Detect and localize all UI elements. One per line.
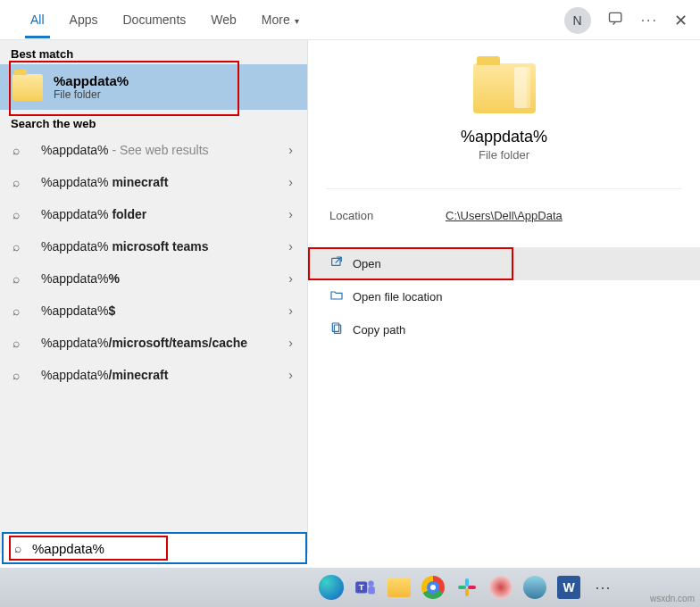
app-icon (489, 576, 512, 599)
more-icon[interactable]: ··· (641, 12, 658, 29)
taskbar-word[interactable]: W (554, 572, 584, 603)
chevron-right-icon: › (288, 207, 293, 221)
best-match-title: %appdata% (54, 73, 129, 88)
close-icon[interactable]: ✕ (674, 11, 688, 30)
web-suggestion[interactable]: ⌕ %appdata% minecraft › (0, 166, 307, 198)
avatar[interactable]: N (564, 7, 591, 34)
slack-icon (456, 577, 478, 598)
tab-all[interactable]: All (18, 2, 57, 37)
svg-rect-3 (334, 325, 340, 333)
search-icon: ⌕ (12, 143, 29, 157)
search-icon: ⌕ (12, 239, 29, 254)
tab-apps[interactable]: Apps (57, 2, 111, 37)
action-copy-path[interactable]: Copy path (308, 313, 700, 346)
results-panel: Best match %appdata% File folder Search … (0, 40, 308, 553)
app-icon (523, 576, 546, 599)
best-match-subtitle: File folder (54, 88, 129, 101)
chevron-down-icon: ▾ (292, 16, 299, 26)
teams-icon: T (354, 576, 377, 599)
svg-rect-8 (465, 578, 469, 586)
open-icon (329, 255, 353, 272)
action-open-location[interactable]: Open file location (308, 280, 700, 313)
folder-icon (388, 578, 411, 597)
chevron-right-icon: › (288, 304, 293, 318)
tab-documents[interactable]: Documents (110, 2, 198, 37)
folder-icon (12, 74, 43, 101)
taskbar-slack[interactable] (452, 572, 482, 603)
location-label: Location (329, 209, 446, 222)
copy-icon (329, 321, 353, 338)
taskbar-edge[interactable] (316, 572, 346, 603)
svg-point-6 (368, 580, 374, 586)
web-suggestion[interactable]: ⌕ %appdata%/microsoft/teams/cache › (0, 327, 307, 359)
chevron-right-icon: › (288, 239, 293, 254)
best-match-result[interactable]: %appdata% File folder (0, 64, 307, 110)
web-suggestion[interactable]: ⌕ %appdata% microsoft teams › (0, 230, 307, 262)
taskbar: T W ⋯ (0, 568, 700, 607)
action-open[interactable]: Open (308, 247, 700, 280)
watermark: wsxdn.com (650, 594, 695, 603)
search-icon: ⌕ (12, 304, 29, 318)
svg-rect-0 (609, 12, 621, 21)
tab-web[interactable]: Web (198, 2, 249, 37)
chevron-right-icon: › (288, 368, 293, 382)
taskbar-app[interactable] (486, 572, 516, 603)
top-right-controls: N ··· ✕ (564, 7, 688, 34)
best-match-label: Best match (0, 40, 307, 64)
preview-subtitle: File folder (479, 148, 529, 162)
chevron-right-icon: › (288, 271, 293, 286)
search-input[interactable] (32, 541, 305, 556)
folder-icon (473, 63, 536, 113)
taskbar-teams[interactable]: T (350, 572, 380, 603)
search-web-label: Search the web (0, 110, 307, 134)
location-row: Location C:\Users\Dell\AppData (308, 189, 700, 242)
chevron-right-icon: › (288, 336, 293, 350)
svg-text:T: T (359, 582, 364, 592)
taskbar-file-explorer[interactable] (384, 572, 414, 603)
search-icon: ⌕ (12, 175, 29, 189)
web-suggestion[interactable]: ⌕ %appdata%/minecraft › (0, 359, 307, 391)
search-bar[interactable]: ⌕ (2, 532, 307, 564)
search-icon: ⌕ (12, 271, 29, 286)
edge-icon (319, 575, 344, 600)
search-icon: ⌕ (12, 368, 29, 382)
chevron-right-icon: › (288, 143, 293, 157)
taskbar-app[interactable] (520, 572, 550, 603)
preview-title: %appdata% (461, 128, 547, 146)
svg-rect-11 (468, 586, 476, 589)
feedback-icon[interactable] (607, 10, 625, 31)
svg-rect-7 (368, 586, 375, 595)
svg-rect-10 (465, 588, 469, 596)
taskbar-chrome[interactable] (418, 572, 448, 603)
web-suggestion[interactable]: ⌕ %appdata%$ › (0, 295, 307, 327)
folder-open-icon (329, 288, 353, 305)
preview-panel: %appdata% File folder Location C:\Users\… (308, 40, 700, 553)
tab-more[interactable]: More ▾ (249, 2, 312, 37)
search-icon: ⌕ (12, 336, 29, 350)
web-suggestion[interactable]: ⌕ %appdata% - See web results › (0, 134, 307, 166)
web-suggestion[interactable]: ⌕ %appdata%% › (0, 262, 307, 295)
word-icon: W (557, 576, 580, 599)
location-link[interactable]: C:\Users\Dell\AppData (446, 209, 562, 222)
chevron-right-icon: › (288, 175, 293, 189)
chrome-icon (421, 576, 445, 599)
svg-rect-2 (332, 323, 338, 331)
svg-rect-9 (458, 586, 466, 589)
web-suggestion[interactable]: ⌕ %appdata% folder › (0, 198, 307, 230)
taskbar-overflow[interactable]: ⋯ (588, 572, 618, 603)
search-icon: ⌕ (12, 207, 29, 221)
search-icon: ⌕ (4, 541, 32, 555)
preview-actions: Open Open file location Copy path (308, 247, 700, 346)
